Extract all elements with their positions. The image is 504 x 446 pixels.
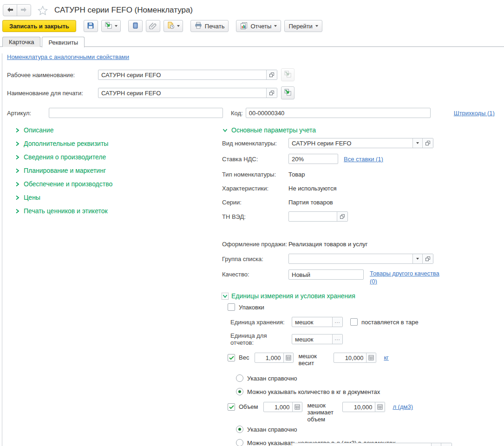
open-in-window-icon[interactable] — [266, 88, 277, 98]
structure-list-button[interactable] — [128, 20, 143, 32]
all-rates-link[interactable]: Все ставки (1) — [344, 156, 383, 163]
section-supply-production[interactable]: Обеспечение и производство — [14, 180, 222, 188]
combo-caret-icon[interactable] — [412, 138, 422, 148]
weight-value-input[interactable] — [334, 353, 366, 362]
volume-coef-group — [263, 402, 302, 412]
goto-menu-button[interactable]: Перейти — [284, 20, 322, 32]
weight-checkbox[interactable] — [228, 354, 235, 361]
clipped-bottom-input[interactable] — [292, 443, 431, 446]
series-value: Партия товаров — [288, 199, 333, 206]
forward-button[interactable] — [17, 5, 31, 16]
calculator-grid-icon[interactable] — [292, 402, 302, 412]
reports-menu-button[interactable]: Отчеты — [236, 20, 281, 32]
weight-reference-radio[interactable] — [236, 374, 243, 382]
page-title: САТУРН серии FEFO (Номенклатура) — [54, 6, 193, 15]
volume-checkbox[interactable] — [228, 403, 235, 411]
section-additional-attributes[interactable]: Дополнительные реквизиты — [14, 140, 222, 147]
vat-input[interactable] — [288, 154, 338, 164]
weight-coef-input[interactable] — [255, 353, 283, 362]
calculator-grid-icon[interactable] — [283, 353, 293, 362]
similar-nomenclature-link[interactable]: Номенклатура с аналогичными свойствами — [7, 53, 129, 60]
working-name-label: Рабочее наименование: — [7, 72, 98, 79]
copy-green-arrow-icon — [284, 70, 292, 79]
volume-value-input[interactable] — [343, 402, 375, 412]
report-unit-label: Единица для отчетов: — [230, 332, 292, 346]
open-in-window-icon[interactable] — [422, 138, 433, 148]
liters-unit-link[interactable]: л (дм3) — [393, 403, 413, 410]
left-section-list: Описание Дополнительные реквизиты Сведен… — [7, 126, 222, 446]
volume-in-documents-radio[interactable] — [236, 439, 243, 446]
section-units-storage[interactable]: Единицы измерения и условия хранения — [222, 292, 504, 300]
tab-requisites[interactable]: Реквизиты — [42, 37, 85, 47]
ellipsis-picker-icon[interactable]: ... — [332, 334, 342, 344]
section-prices[interactable]: Цены — [14, 194, 222, 201]
copy-working-name-button[interactable] — [281, 68, 295, 81]
document-clock-icon — [167, 21, 175, 31]
chevron-down-icon — [222, 293, 228, 299]
tnved-input[interactable] — [289, 212, 337, 221]
open-in-window-icon[interactable] — [266, 70, 277, 79]
save-button[interactable] — [84, 20, 98, 32]
volume-reference-radio[interactable] — [236, 426, 243, 433]
code-input[interactable] — [246, 108, 431, 118]
document-history-button[interactable] — [164, 20, 183, 32]
volume-coef-input[interactable] — [264, 402, 292, 412]
clipped-bottom-combo — [292, 443, 452, 446]
print-button[interactable]: Печать — [190, 20, 229, 32]
working-name-input[interactable] — [98, 70, 266, 79]
clipped-bottom-field — [292, 443, 452, 446]
dropdown-caret-icon — [177, 25, 180, 27]
tab-card[interactable]: Карточка — [2, 37, 40, 47]
attachments-button[interactable] — [146, 20, 160, 32]
back-button[interactable] — [3, 5, 17, 16]
tnved-group — [288, 211, 348, 222]
in-tare-checkbox[interactable] — [350, 318, 358, 326]
weight-label: Вес — [239, 354, 249, 361]
section-label: Цены — [24, 194, 40, 201]
report-unit-input[interactable] — [292, 334, 332, 344]
section-planning-marketing[interactable]: Планирование и маркетинг — [14, 167, 222, 174]
print-button-label: Печать — [205, 23, 225, 30]
chevron-right-icon — [14, 127, 20, 133]
save-and-close-button[interactable]: Записать и закрыть — [2, 20, 76, 32]
barcodes-link[interactable]: Штрихкоды (1) — [454, 110, 495, 117]
kg-unit-link[interactable]: кг — [384, 354, 388, 361]
quality-input[interactable] — [288, 269, 364, 280]
copy-print-name-button[interactable] — [281, 86, 295, 99]
characteristics-label: Характеристики: — [222, 185, 288, 192]
section-label: Единицы измерения и условия хранения — [231, 292, 355, 300]
vid-input[interactable] — [289, 138, 412, 148]
section-description[interactable]: Описание — [14, 126, 222, 134]
ellipsis-picker-icon[interactable]: ... — [332, 317, 342, 327]
open-in-window-icon[interactable] — [422, 254, 433, 263]
section-label: Дополнительные реквизиты — [24, 140, 108, 147]
calculator-grid-icon[interactable] — [366, 353, 376, 362]
combo-caret-icon[interactable] — [431, 443, 441, 446]
weight-in-documents-label: Можно указывать количество в кг в докуме… — [247, 388, 380, 395]
weight-mid-text: мешок весит — [298, 353, 329, 367]
packages-checkbox[interactable] — [228, 303, 235, 311]
toolbar: Записать и закрыть — [2, 20, 504, 33]
weight-reference-label: Указан справочно — [247, 375, 297, 382]
list-group-input[interactable] — [289, 254, 412, 263]
print-name-group — [98, 88, 277, 98]
storage-unit-input[interactable] — [292, 317, 332, 327]
open-in-window-icon[interactable] — [441, 443, 452, 446]
calculator-grid-icon[interactable] — [375, 402, 385, 412]
chevron-right-icon — [14, 154, 20, 160]
chevron-right-icon — [14, 181, 20, 187]
open-in-window-icon[interactable] — [337, 212, 347, 221]
favorite-star-icon[interactable] — [38, 6, 48, 15]
article-input[interactable] — [49, 108, 223, 118]
vid-combo — [288, 138, 433, 148]
section-main-params[interactable]: Основные параметры учета — [222, 126, 504, 134]
copy-menu-button[interactable] — [101, 20, 121, 32]
combo-caret-icon[interactable] — [412, 254, 422, 263]
code-label: Код: — [231, 110, 243, 117]
section-manufacturer-info[interactable]: Сведения о производителе — [14, 153, 222, 161]
other-quality-link[interactable]: Товары другого качества (0) — [370, 269, 445, 285]
packages-label: Упаковки — [239, 304, 264, 311]
section-price-tags-labels[interactable]: Печать ценников и этикеток — [14, 207, 222, 215]
weight-in-documents-radio[interactable] — [236, 388, 243, 395]
print-name-input[interactable] — [98, 88, 266, 98]
